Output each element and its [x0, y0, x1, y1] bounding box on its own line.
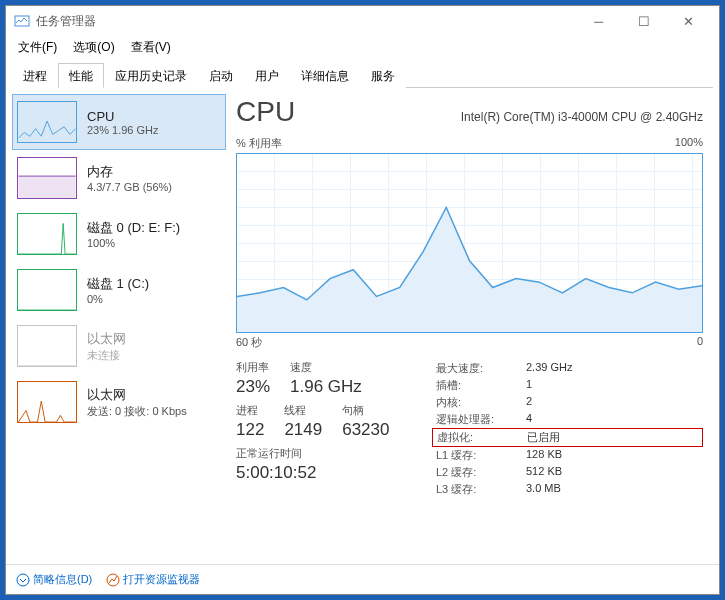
sidebar-item-4[interactable]: 以太网未连接: [12, 318, 226, 374]
window-title: 任务管理器: [36, 13, 96, 30]
sidebar-item-1[interactable]: 内存4.3/7.7 GB (56%): [12, 150, 226, 206]
cpu-title: CPU: [236, 96, 295, 128]
detail-row-2: 内核:2: [436, 394, 703, 411]
sidebar-item-2[interactable]: 磁盘 0 (D: E: F:)100%: [12, 206, 226, 262]
stats: 利用率23% 速度1.96 GHz 进程122 线程2149 句柄63230 正…: [236, 360, 703, 498]
threads-label: 线程: [284, 403, 322, 418]
proc-label: 进程: [236, 403, 264, 418]
chart-ymax: 100%: [675, 136, 703, 151]
chart-xleft: 60 秒: [236, 335, 262, 350]
maximize-button[interactable]: ☐: [621, 7, 666, 35]
detail-row-7: L3 缓存:3.0 MB: [436, 481, 703, 498]
menu-options[interactable]: 选项(O): [65, 37, 122, 58]
detail-row-3: 逻辑处理器:4: [436, 411, 703, 428]
resmon-icon: [106, 573, 120, 587]
details-list: 最大速度:2.39 GHz插槽:1内核:2逻辑处理器:4虚拟化:已启用L1 缓存…: [436, 360, 703, 498]
sidebar-item-5[interactable]: 以太网发送: 0 接收: 0 Kbps: [12, 374, 226, 430]
menubar: 文件(F) 选项(O) 查看(V): [6, 36, 719, 58]
speed-value: 1.96 GHz: [290, 377, 362, 397]
svg-point-2: [17, 574, 29, 586]
detail-row-6: L2 缓存:512 KB: [436, 464, 703, 481]
footer: 简略信息(D) 打开资源监视器: [6, 564, 719, 594]
task-manager-window: 任务管理器 ─ ☐ ✕ 文件(F) 选项(O) 查看(V) 进程性能应用历史记录…: [5, 5, 720, 595]
chevron-down-icon: [16, 573, 30, 587]
close-button[interactable]: ✕: [666, 7, 711, 35]
menu-view[interactable]: 查看(V): [123, 37, 179, 58]
detail-row-5: L1 缓存:128 KB: [436, 447, 703, 464]
resmon-link[interactable]: 打开资源监视器: [106, 572, 200, 587]
tab-1[interactable]: 性能: [58, 63, 104, 88]
speed-label: 速度: [290, 360, 362, 375]
svg-marker-1: [18, 176, 75, 198]
chart-ylabel: % 利用率: [236, 136, 282, 151]
tab-6[interactable]: 服务: [360, 63, 406, 88]
cpu-model: Intel(R) Core(TM) i3-4000M CPU @ 2.40GHz: [461, 110, 703, 124]
sidebar-item-0[interactable]: CPU23% 1.96 GHz: [12, 94, 226, 150]
tab-3[interactable]: 启动: [198, 63, 244, 88]
tab-5[interactable]: 详细信息: [290, 63, 360, 88]
minimize-button[interactable]: ─: [576, 7, 621, 35]
tab-2[interactable]: 应用历史记录: [104, 63, 198, 88]
tabbar: 进程性能应用历史记录启动用户详细信息服务: [12, 62, 713, 88]
proc-value: 122: [236, 420, 264, 440]
uptime-value: 5:00:10:52: [236, 463, 436, 483]
main-panel: CPU Intel(R) Core(TM) i3-4000M CPU @ 2.4…: [226, 88, 719, 564]
util-value: 23%: [236, 377, 270, 397]
detail-row-0: 最大速度:2.39 GHz: [436, 360, 703, 377]
sidebar: CPU23% 1.96 GHz内存4.3/7.7 GB (56%)磁盘 0 (D…: [6, 88, 226, 564]
cpu-chart[interactable]: [236, 153, 703, 333]
summary-link[interactable]: 简略信息(D): [16, 572, 92, 587]
handles-label: 句柄: [342, 403, 389, 418]
tab-0[interactable]: 进程: [12, 63, 58, 88]
util-label: 利用率: [236, 360, 270, 375]
sidebar-item-3[interactable]: 磁盘 1 (C:)0%: [12, 262, 226, 318]
handles-value: 63230: [342, 420, 389, 440]
chart-xright: 0: [697, 335, 703, 350]
content: CPU23% 1.96 GHz内存4.3/7.7 GB (56%)磁盘 0 (D…: [6, 88, 719, 564]
app-icon: [14, 13, 30, 29]
uptime-label: 正常运行时间: [236, 446, 436, 461]
threads-value: 2149: [284, 420, 322, 440]
tab-4[interactable]: 用户: [244, 63, 290, 88]
detail-row-1: 插槽:1: [436, 377, 703, 394]
menu-file[interactable]: 文件(F): [10, 37, 65, 58]
detail-row-4: 虚拟化:已启用: [432, 428, 703, 447]
titlebar[interactable]: 任务管理器 ─ ☐ ✕: [6, 6, 719, 36]
